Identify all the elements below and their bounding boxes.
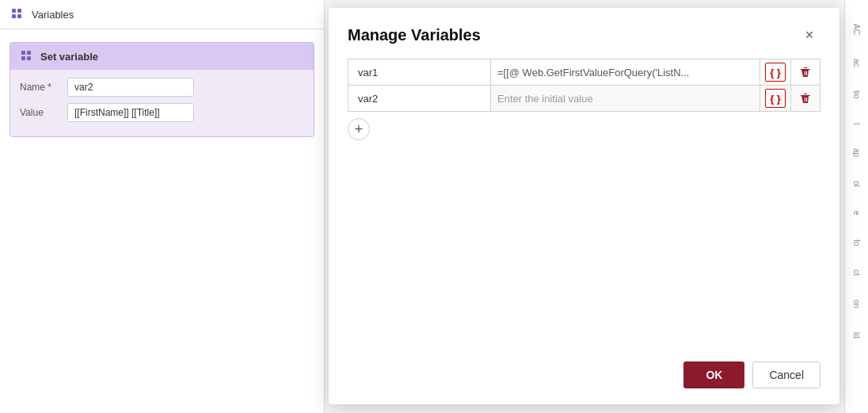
var2-delete-cell <box>791 86 820 112</box>
cancel-button[interactable]: Cancel <box>752 361 820 388</box>
sidebar-text-9: ct <box>852 270 861 276</box>
sidebar-text-10: on <box>852 300 861 308</box>
left-top-bar: Variables <box>0 0 324 29</box>
set-variable-card: Set variable Name * var2 Value [[FirstNa… <box>10 42 314 137</box>
sidebar-text-1: AC <box>852 24 861 35</box>
var1-name: var1 <box>358 67 378 78</box>
var-name-cell-2: var2 <box>348 86 491 112</box>
var1-delete-button[interactable] <box>796 63 815 82</box>
add-row-area: + <box>348 112 820 147</box>
table-row: var1 { } <box>348 59 820 86</box>
set-variable-body: Name * var2 Value [[FirstName]] [[Title]… <box>10 70 314 136</box>
variables-icon <box>10 6 25 22</box>
right-sidebar: AC ac tio l ap ol e fo ct on ld <box>844 0 868 413</box>
var-name-cell-1: var1 <box>348 59 491 86</box>
var1-curly-cell: { } <box>760 59 791 86</box>
value-value: [[FirstName]] [[Title]] <box>67 103 194 122</box>
svg-rect-2 <box>12 14 16 18</box>
var2-curly-cell: { } <box>760 86 791 112</box>
modal-footer: OK Cancel <box>329 352 839 404</box>
value-row: Value [[FirstName]] [[Title]] <box>20 103 304 122</box>
left-panel: Variables Set variable Name * var2 Value… <box>0 0 325 413</box>
sidebar-text-11: ld <box>852 332 861 338</box>
svg-rect-5 <box>27 51 31 55</box>
svg-rect-1 <box>17 9 21 13</box>
set-variable-title: Set variable <box>40 51 98 63</box>
svg-rect-7 <box>27 56 31 60</box>
modal-header: Manage Variables × <box>329 8 839 59</box>
svg-rect-4 <box>21 51 25 55</box>
var2-expression-button[interactable]: { } <box>765 89 786 108</box>
trash-icon <box>799 92 812 105</box>
sidebar-text-2: ac <box>852 59 861 67</box>
sidebar-text-5: ap <box>852 148 861 157</box>
var-value-cell-1[interactable] <box>491 59 760 86</box>
sidebar-text-7: e <box>852 211 861 216</box>
plus-icon: + <box>355 121 364 138</box>
var1-value-input[interactable] <box>497 63 753 82</box>
var1-expression-button[interactable]: { } <box>765 63 786 82</box>
modal-body: var1 { } <box>329 59 839 352</box>
set-variable-header: Set variable <box>10 43 314 70</box>
modal-close-button[interactable]: × <box>798 24 820 46</box>
add-variable-button[interactable]: + <box>348 118 370 140</box>
sidebar-text-4: l <box>852 123 861 124</box>
var-value-cell-2[interactable] <box>491 86 760 112</box>
table-row: var2 { } <box>348 86 820 112</box>
var1-delete-cell <box>791 59 820 86</box>
svg-rect-6 <box>21 56 25 60</box>
var2-delete-button[interactable] <box>796 89 815 108</box>
name-label: Name * <box>20 82 67 93</box>
trash-icon <box>799 66 812 78</box>
sidebar-text-3: tio <box>852 90 861 99</box>
variables-table: var1 { } <box>348 59 820 112</box>
ok-button[interactable]: OK <box>683 361 744 388</box>
var2-value-input[interactable] <box>497 90 753 108</box>
svg-rect-0 <box>12 9 16 13</box>
sidebar-text-6: ol <box>852 181 861 187</box>
close-icon: × <box>805 27 814 44</box>
set-variable-icon <box>20 49 34 63</box>
name-value: var2 <box>67 78 194 97</box>
left-panel-title: Variables <box>32 9 74 21</box>
sidebar-text-8: fo <box>852 239 861 246</box>
manage-variables-modal: Manage Variables × var1 { } <box>329 8 839 404</box>
svg-rect-3 <box>17 14 21 18</box>
name-row: Name * var2 <box>20 78 304 97</box>
modal-title: Manage Variables <box>348 26 481 44</box>
value-label: Value <box>20 107 67 118</box>
var2-name: var2 <box>358 93 378 105</box>
